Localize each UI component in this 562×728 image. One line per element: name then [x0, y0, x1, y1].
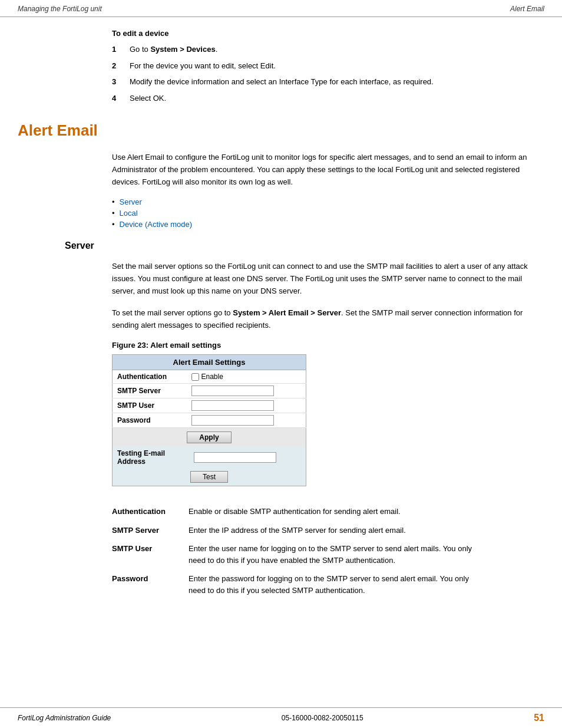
footer-right: 51: [534, 713, 544, 723]
smtp-user-value: [189, 398, 306, 413]
field-smtp-server-text: Enter the IP address of the SMTP server …: [189, 525, 477, 536]
step-text-2: For the device you want to edit, select …: [130, 60, 544, 72]
field-descriptions: Authentication Enable or disable SMTP au…: [112, 506, 477, 596]
field-smtp-server-label: SMTP Server: [112, 525, 189, 536]
local-link[interactable]: Local: [120, 209, 138, 218]
field-smtp-server: SMTP Server Enter the IP address of the …: [112, 525, 477, 536]
auth-row: Authentication Enable: [113, 370, 306, 384]
steps-list: 1 Go to System > Devices. 2 For the devi…: [112, 44, 544, 104]
field-auth-label: Authentication: [112, 506, 189, 518]
step-number-3: 3: [112, 76, 130, 88]
smtp-server-value: [189, 384, 306, 398]
device-link[interactable]: Device (Active mode): [120, 220, 193, 229]
figure-caption: Figure 23: Alert email settings: [112, 341, 544, 350]
footer-left: FortiLog Administration Guide: [18, 714, 111, 722]
alert-settings-table: Alert Email Settings Authentication Enab…: [112, 354, 306, 486]
field-auth: Authentication Enable or disable SMTP au…: [112, 506, 477, 518]
smtp-user-row: SMTP User: [113, 398, 306, 413]
smtp-user-label: SMTP User: [113, 398, 189, 413]
password-row: Password: [113, 413, 306, 428]
testing-value: [189, 447, 306, 468]
table-header-row: Alert Email Settings: [113, 355, 306, 370]
header-right: Alert Email: [510, 5, 544, 13]
field-password-text: Enter the password for logging on to the…: [189, 573, 477, 596]
test-row: Test: [113, 468, 306, 486]
link-device[interactable]: Device (Active mode): [112, 220, 544, 229]
field-auth-text: Enable or disable SMTP authentication fo…: [189, 506, 477, 518]
step-text-4: Select OK.: [130, 93, 544, 104]
smtp-server-row: SMTP Server: [113, 384, 306, 398]
page-header: Managing the FortiLog unit Alert Email: [0, 0, 562, 17]
field-password-label: Password: [112, 573, 189, 596]
steps-heading: To edit a device: [112, 29, 544, 38]
apply-button[interactable]: Apply: [187, 431, 231, 443]
alert-email-description: Use Alert Email to configure the FortiLo…: [112, 151, 544, 188]
auth-checkbox-container: Enable: [191, 373, 304, 381]
alert-settings-container: Alert Email Settings Authentication Enab…: [112, 354, 306, 486]
alert-email-heading: Alert Email: [18, 121, 544, 140]
page-footer: FortiLog Administration Guide 05-16000-0…: [0, 707, 562, 728]
password-label: Password: [113, 413, 189, 428]
server-description-2: To set the mail server options go to Sys…: [112, 307, 544, 332]
server-description-1: Set the mail server options so the Forti…: [112, 261, 544, 297]
apply-row: Apply: [113, 428, 306, 447]
step-number-4: 4: [112, 93, 130, 104]
main-content: To edit a device 1 Go to System > Device…: [0, 17, 562, 631]
step-3: 3 Modify the device information and sele…: [112, 76, 544, 88]
server-link[interactable]: Server: [120, 197, 142, 206]
auth-checkbox[interactable]: [191, 373, 199, 381]
apply-cell: Apply: [113, 428, 306, 447]
testing-row: Testing E-mail Address: [113, 447, 306, 468]
step-1: 1 Go to System > Devices.: [112, 44, 544, 55]
password-input[interactable]: [191, 415, 274, 426]
field-smtp-user-label: SMTP User: [112, 543, 189, 566]
smtp-server-label: SMTP Server: [113, 384, 189, 398]
test-cell: Test: [113, 468, 306, 486]
field-password: Password Enter the password for logging …: [112, 573, 477, 596]
field-smtp-user: SMTP User Enter the user name for loggin…: [112, 543, 477, 566]
step-2: 2 For the device you want to edit, selec…: [112, 60, 544, 72]
table-header-cell: Alert Email Settings: [113, 355, 306, 370]
footer-center: 05-16000-0082-20050115: [282, 714, 363, 722]
password-value: [189, 413, 306, 428]
steps-section: To edit a device 1 Go to System > Device…: [112, 29, 544, 104]
auth-checkbox-label: Enable: [201, 373, 223, 381]
step-number-1: 1: [112, 44, 130, 55]
link-server[interactable]: Server: [112, 197, 544, 206]
step-4: 4 Select OK.: [112, 93, 544, 104]
step-number-2: 2: [112, 60, 130, 72]
step-text-3: Modify the device information and select…: [130, 76, 544, 88]
testing-email-input[interactable]: [194, 452, 276, 463]
smtp-server-input[interactable]: [191, 386, 274, 396]
smtp-user-input[interactable]: [191, 400, 274, 411]
alert-email-links: Server Local Device (Active mode): [112, 197, 544, 229]
header-left: Managing the FortiLog unit: [18, 5, 102, 13]
testing-label: Testing E-mail Address: [113, 447, 189, 468]
auth-value: Enable: [189, 370, 306, 384]
auth-label: Authentication: [113, 370, 189, 384]
server-heading: Server: [65, 241, 544, 251]
test-button[interactable]: Test: [190, 471, 228, 483]
field-smtp-user-text: Enter the user name for logging on to th…: [189, 543, 477, 566]
link-local[interactable]: Local: [112, 209, 544, 218]
step-text-1: Go to System > Devices.: [130, 44, 544, 55]
